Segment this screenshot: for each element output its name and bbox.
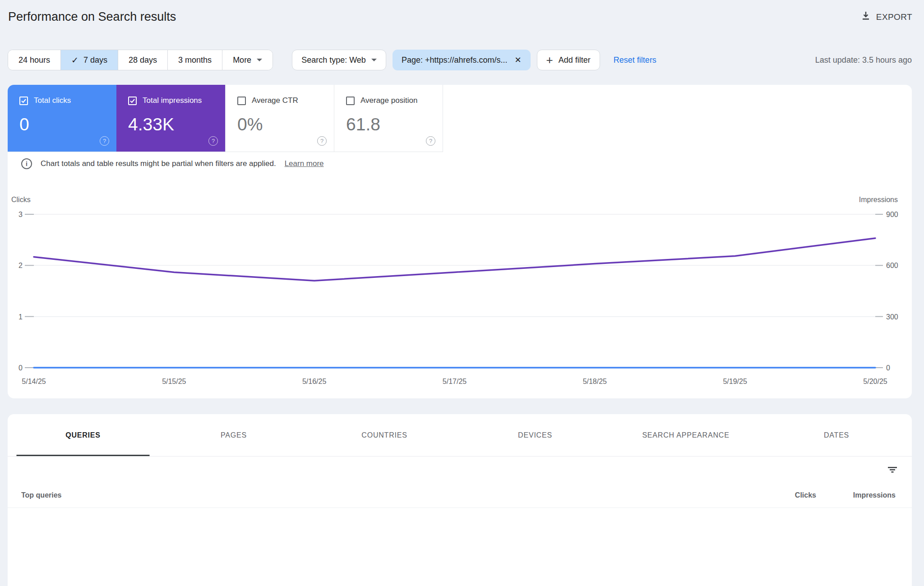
svg-text:5/15/25: 5/15/25 xyxy=(162,378,186,385)
svg-text:0: 0 xyxy=(886,364,890,372)
reset-filters-link[interactable]: Reset filters xyxy=(614,55,656,65)
chevron-down-icon xyxy=(371,59,377,61)
svg-text:0: 0 xyxy=(18,364,23,372)
export-button[interactable]: EXPORT xyxy=(861,11,912,23)
scorecard-value: 0% xyxy=(237,115,263,134)
tab-pages[interactable]: PAGES xyxy=(158,414,309,456)
svg-text:5/14/25: 5/14/25 xyxy=(22,378,46,385)
check-icon: ✓ xyxy=(71,55,79,65)
svg-text:3: 3 xyxy=(18,211,23,218)
svg-text:300: 300 xyxy=(886,313,898,321)
table-filter-row xyxy=(8,457,912,483)
performance-chart: 39002600130000ClicksImpressions5/14/255/… xyxy=(8,189,912,396)
range-28-days[interactable]: 28 days xyxy=(118,50,167,70)
tab-devices[interactable]: DEVICES xyxy=(460,414,610,456)
checkbox-unchecked-icon[interactable] xyxy=(237,97,246,105)
svg-text:900: 900 xyxy=(886,211,898,218)
chart-area: 39002600130000ClicksImpressions5/14/255/… xyxy=(8,189,912,396)
scorecard-strip: Total clicks 0 ? Total impressions 4.33K… xyxy=(8,85,443,152)
scorecard-total-impressions[interactable]: Total impressions 4.33K ? xyxy=(116,85,225,152)
svg-text:5/19/25: 5/19/25 xyxy=(723,378,747,385)
notice-text: Chart totals and table results might be … xyxy=(41,159,276,168)
table-filter-button[interactable] xyxy=(886,463,899,476)
svg-text:5/16/25: 5/16/25 xyxy=(302,378,326,385)
tab-dates[interactable]: DATES xyxy=(761,414,912,456)
partial-data-notice: i Chart totals and table results might b… xyxy=(21,158,324,169)
scorecard-value: 4.33K xyxy=(128,115,174,134)
filter-toolbar: 24 hours ✓ 7 days 28 days 3 months More … xyxy=(8,50,912,70)
scorecard-value: 61.8 xyxy=(346,115,380,134)
column-top-queries: Top queries xyxy=(21,491,62,499)
results-table-card: QUERIES PAGES COUNTRIES DEVICES SEARCH A… xyxy=(8,414,912,586)
plus-icon: + xyxy=(546,54,553,66)
scorecard-label: Total clicks xyxy=(34,96,71,105)
table-header-row: Top queries Clicks Impressions xyxy=(8,483,912,508)
scorecard-label: Average CTR xyxy=(252,96,298,105)
svg-text:Impressions: Impressions xyxy=(859,196,898,203)
svg-text:5/17/25: 5/17/25 xyxy=(443,378,467,385)
checkbox-checked-icon[interactable] xyxy=(128,97,137,105)
close-icon[interactable]: ✕ xyxy=(515,55,522,65)
table-tabs: QUERIES PAGES COUNTRIES DEVICES SEARCH A… xyxy=(8,414,912,457)
date-range-group: 24 hours ✓ 7 days 28 days 3 months More xyxy=(8,50,273,70)
svg-text:2: 2 xyxy=(18,262,23,269)
download-icon xyxy=(861,11,871,23)
scorecard-value: 0 xyxy=(19,115,29,134)
column-clicks[interactable]: Clicks xyxy=(744,491,816,499)
performance-chart-card: Total clicks 0 ? Total impressions 4.33K… xyxy=(8,85,912,398)
checkbox-unchecked-icon[interactable] xyxy=(346,97,355,105)
scorecard-label: Total impressions xyxy=(143,96,202,105)
tab-countries[interactable]: COUNTRIES xyxy=(309,414,460,456)
export-label: EXPORT xyxy=(876,12,912,22)
svg-text:5/18/25: 5/18/25 xyxy=(583,378,607,385)
page-filter-chip[interactable]: Page: +https://ahrefs.com/s... ✕ xyxy=(393,50,531,70)
help-icon[interactable]: ? xyxy=(317,136,327,146)
tab-queries[interactable]: QUERIES xyxy=(8,414,158,456)
page-title: Performance on Search results xyxy=(8,10,176,24)
range-3-months[interactable]: 3 months xyxy=(167,50,222,70)
help-icon[interactable]: ? xyxy=(208,136,218,146)
scorecard-total-clicks[interactable]: Total clicks 0 ? xyxy=(8,85,116,152)
search-type-chip[interactable]: Search type: Web xyxy=(292,50,386,70)
column-impressions[interactable]: Impressions xyxy=(816,491,896,499)
add-filter-button[interactable]: + Add filter xyxy=(537,50,600,70)
info-icon: i xyxy=(21,158,32,169)
learn-more-link[interactable]: Learn more xyxy=(285,159,324,168)
range-7-days[interactable]: ✓ 7 days xyxy=(60,50,118,70)
active-tab-underline xyxy=(17,455,150,456)
range-more[interactable]: More xyxy=(222,50,273,70)
chevron-down-icon xyxy=(257,59,262,61)
scorecard-label: Average position xyxy=(360,96,417,105)
range-24-hours[interactable]: 24 hours xyxy=(8,50,60,70)
last-update-text: Last update: 3.5 hours ago xyxy=(815,55,912,65)
svg-text:1: 1 xyxy=(18,313,23,321)
tab-search-appearance[interactable]: SEARCH APPEARANCE xyxy=(610,414,761,456)
scorecard-average-position[interactable]: Average position 61.8 ? xyxy=(334,85,443,152)
svg-text:Clicks: Clicks xyxy=(11,196,31,203)
help-icon[interactable]: ? xyxy=(100,136,109,146)
svg-text:600: 600 xyxy=(886,262,898,269)
scorecard-average-ctr[interactable]: Average CTR 0% ? xyxy=(225,85,334,152)
checkbox-checked-icon[interactable] xyxy=(19,97,28,105)
svg-text:5/20/25: 5/20/25 xyxy=(863,378,887,385)
filter-funnel-icon xyxy=(886,471,899,478)
help-icon[interactable]: ? xyxy=(426,136,435,146)
